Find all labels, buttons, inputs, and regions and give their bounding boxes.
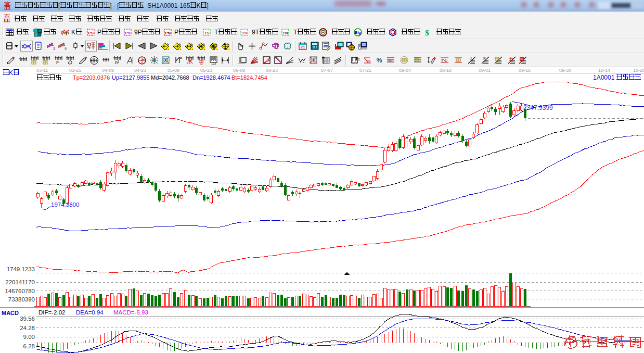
svg-text:05-23: 05-23 xyxy=(200,68,212,73)
svg-text:DIF=-2.02: DIF=-2.02 xyxy=(38,309,65,316)
svg-text:%: % xyxy=(377,57,382,64)
svg-text:9: 9 xyxy=(65,47,67,51)
svg-text:21: 21 xyxy=(301,45,305,49)
svg-text:09-30: 09-30 xyxy=(559,68,571,73)
svg-text:2347.9399: 2347.9399 xyxy=(523,104,553,111)
svg-text:%: % xyxy=(367,59,370,63)
svg-text:123: 123 xyxy=(358,58,360,61)
svg-text:Md=2042.7668: Md=2042.7668 xyxy=(151,74,189,81)
svg-text:220141170: 220141170 xyxy=(5,279,35,285)
svg-text:PS: PS xyxy=(88,31,94,35)
svg-text:-6.28: -6.28 xyxy=(21,343,35,349)
svg-text:06-23: 06-23 xyxy=(266,68,278,73)
svg-text:F: F xyxy=(483,56,486,61)
svg-text:09-16: 09-16 xyxy=(519,68,531,73)
svg-text:07-21: 07-21 xyxy=(359,68,371,73)
svg-text:73380390: 73380390 xyxy=(8,296,35,302)
svg-text:03-25: 03-25 xyxy=(69,68,81,73)
svg-text:%: % xyxy=(388,58,391,63)
svg-text:146760780: 146760780 xyxy=(5,288,35,294)
svg-text:Bt=1824.7454: Bt=1824.7454 xyxy=(231,74,267,81)
svg-text:Tp=2203.0376: Tp=2203.0376 xyxy=(73,74,110,81)
svg-text:09-01: 09-01 xyxy=(479,68,491,73)
svg-text:J: J xyxy=(470,56,472,61)
svg-text:MACD=-5.93: MACD=-5.93 xyxy=(113,309,148,316)
svg-text:Big: Big xyxy=(355,31,360,35)
svg-text:9.00: 9.00 xyxy=(23,334,35,340)
svg-text:1974.3800: 1974.3800 xyxy=(51,201,79,208)
svg-text:P9: P9 xyxy=(125,31,131,35)
svg-text:04-09: 04-09 xyxy=(102,68,114,73)
svg-text:PN: PN xyxy=(165,31,171,35)
svg-text:06-09: 06-09 xyxy=(233,68,245,73)
svg-text:10-14: 10-14 xyxy=(598,68,610,73)
svg-text:Dn=1928.4674: Dn=1928.4674 xyxy=(192,74,230,81)
svg-text:Up=2127.9855: Up=2127.9855 xyxy=(112,74,149,81)
svg-text:07-07: 07-07 xyxy=(321,68,333,73)
svg-text:05-09: 05-09 xyxy=(168,68,179,73)
svg-text:39.56: 39.56 xyxy=(20,316,35,322)
svg-text:1749.1233: 1749.1233 xyxy=(7,266,35,272)
svg-text:08-04: 08-04 xyxy=(399,68,411,73)
svg-text:24.28: 24.28 xyxy=(20,325,35,331)
svg-text:DEA=0.94: DEA=0.94 xyxy=(76,309,104,316)
svg-text:T9: T9 xyxy=(242,31,247,35)
svg-text:TS: TS xyxy=(204,31,210,35)
svg-text:123: 123 xyxy=(211,62,216,65)
svg-text:$: $ xyxy=(425,29,429,37)
svg-text:F: F xyxy=(56,60,59,65)
svg-text:04-23: 04-23 xyxy=(134,68,146,73)
svg-text:TN: TN xyxy=(282,31,288,35)
svg-text:03-11: 03-11 xyxy=(36,68,48,73)
svg-text:08-18: 08-18 xyxy=(440,68,452,73)
svg-text:n²: n² xyxy=(115,60,119,65)
svg-text:3: 3 xyxy=(53,47,55,51)
svg-text:10-28: 10-28 xyxy=(633,68,644,73)
